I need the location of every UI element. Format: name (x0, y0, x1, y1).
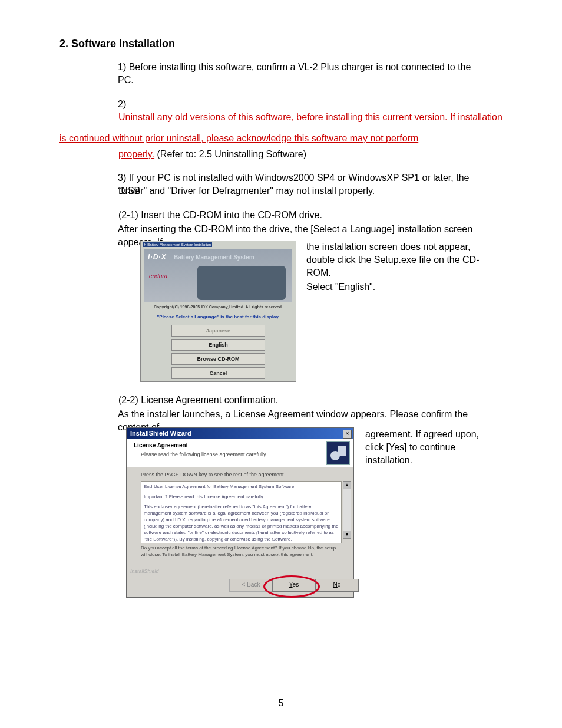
license-agreement-heading: License Agreement (134, 442, 188, 449)
license-text-area[interactable]: End-User License Agreement for Battery M… (141, 481, 342, 543)
japanese-button[interactable]: Japanese (171, 325, 265, 337)
step-2-1-body-b: the installation screen does not appear,… (306, 241, 495, 279)
idx-logo: I·D·X (148, 253, 167, 261)
camera-illustration (197, 266, 286, 300)
scroll-down-icon[interactable]: ▼ (343, 531, 351, 539)
cancel-button[interactable]: Cancel (171, 367, 265, 379)
is-titlebar: InstallShield Wizard (127, 428, 353, 439)
license-text-l2: Important ? Please read this License Agr… (144, 493, 339, 500)
step-2-2-body-b: agreement. If agreed upon, click [Yes] t… (365, 428, 495, 467)
browse-cdrom-button[interactable]: Browse CD-ROM (171, 353, 265, 365)
installshield-brand: InstallShield (130, 568, 159, 574)
no-button[interactable]: No (315, 579, 359, 592)
note-item-3-line2: Driver” and "Driver for Defragmenter" ma… (59, 185, 484, 197)
copyright-text: Copyright(C) 1998-2005 IDX Company,Limit… (141, 305, 296, 309)
installer-icon (326, 441, 350, 465)
language-select-window: † iBattery Management System Installatio… (140, 241, 296, 382)
scroll-up-icon[interactable]: ▲ (343, 481, 351, 489)
window-banner: I·D·X Battery Management System endura (144, 249, 292, 302)
select-english-hint: Select "English". (306, 282, 375, 292)
is-header-panel: License Agreement Please read the follow… (127, 439, 353, 467)
window-titlebar: † iBattery Management System Installatio… (143, 242, 212, 247)
endura-logo: endura (149, 273, 167, 279)
language-hint: "Please Select a Language" is the best f… (141, 314, 296, 319)
step-2-1-heading: (2-1) Insert the CD-ROM into the CD-ROM … (118, 210, 322, 220)
close-icon[interactable]: × (343, 430, 352, 439)
yes-button[interactable]: Yes (272, 579, 316, 592)
page-number: 5 (0, 698, 562, 709)
svg-rect-1 (338, 446, 346, 456)
back-button: < Back (229, 579, 273, 592)
english-button[interactable]: English (171, 339, 265, 351)
divider (163, 572, 348, 572)
accept-question-text: Do you accept all the terms of the prece… (141, 545, 339, 558)
installshield-window: InstallShield Wizard × License Agreement… (126, 427, 354, 598)
scrollbar[interactable]: ▲ ▼ (343, 481, 351, 539)
section-heading: 2. Software Installation (59, 38, 175, 50)
page-down-hint: Press the PAGE DOWN key to see the rest … (141, 472, 285, 477)
note-item-2-line1: Uninstall any old versions of this softw… (118, 112, 503, 123)
note-item-2-post: (Refer to: 2.5 Uninstalling Software) (157, 149, 306, 159)
banner-product-name: Battery Management System (174, 254, 254, 261)
license-text-l3: This end-user agreement (hereinafter ref… (144, 503, 339, 542)
license-agreement-subheading: Please read the following license agreem… (141, 452, 267, 457)
note-item-1: 1) Before installing this software, conf… (118, 61, 483, 87)
note-item-2-line2: is continued without prior uninstall, pl… (59, 133, 418, 143)
note-item-2-line3: properly. (118, 149, 154, 159)
note-item-2-num: 2) (118, 98, 483, 111)
step-2-2-heading: (2-2) License Agreement confirmation. (118, 395, 278, 406)
license-text-l1: End-User License Agreement for Battery M… (144, 483, 339, 490)
